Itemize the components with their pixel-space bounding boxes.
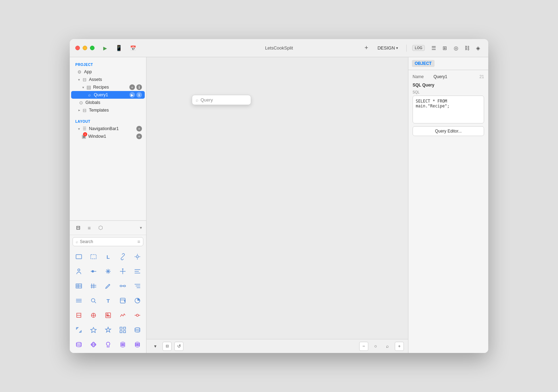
component-tab-chevron[interactable]: ▾ [140,225,142,230]
sidebar-item-query1[interactable]: ⌕ Query1 ▶ ℹ [71,91,145,99]
component-slider[interactable] [86,264,100,278]
component-tab-views[interactable]: ⊟ [74,224,82,232]
name-count: 21 [480,74,484,79]
navbar1-add-btn[interactable]: + [136,126,142,131]
component-search[interactable] [86,294,100,308]
tooltip-text: Query [201,97,213,103]
component-rectangle[interactable] [72,250,86,264]
query1-info-btn[interactable]: ℹ [136,92,142,98]
badge-icon[interactable]: ◎ [451,44,460,53]
tab-object[interactable]: OBJECT [412,60,435,67]
recipes-add-btn[interactable]: + [129,84,135,90]
svg-rect-0 [76,255,82,259]
canvas-refresh-btn[interactable]: ↺ [174,342,183,351]
query1-run-btn[interactable]: ▶ [129,92,135,98]
zoom-plus-btn[interactable]: + [395,342,404,351]
component-scroll[interactable] [116,294,130,308]
minimize-button[interactable] [83,46,87,50]
sidebar-item-templates[interactable]: ▾ ⊟ Templates [71,106,145,114]
query-editor-button[interactable]: Query Editor... [413,126,484,136]
sidebar-item-window1[interactable]: ▣ ! Window1 + [71,133,145,140]
component-red-1[interactable] [72,308,86,322]
component-stack[interactable] [130,323,144,337]
svg-point-72 [135,342,140,344]
component-dashed-rect[interactable] [86,250,100,264]
recipes-info-btn[interactable]: ℹ [136,84,142,90]
canvas-frame-btn[interactable]: ⊟ [163,342,172,351]
sidebar-item-assets[interactable]: ▾ ⊟ Assets [71,76,145,83]
component-chain[interactable] [116,279,130,293]
component-person[interactable] [72,264,86,278]
svg-marker-56 [91,327,96,333]
canvas-chevron-btn[interactable]: ▾ [151,342,160,351]
component-red-4[interactable] [116,308,130,322]
svg-rect-31 [123,285,126,287]
component-purple-2[interactable] [86,338,100,352]
component-red-5[interactable] [130,308,144,322]
svg-rect-61 [123,331,126,333]
component-star[interactable] [86,323,100,337]
calendar-button[interactable]: 📅 [128,43,138,53]
component-crosshair[interactable] [116,264,130,278]
component-text[interactable]: T [101,294,115,308]
panel-icons: ☰ ⊞ ◎ ⛓ ◈ [429,44,483,53]
svg-line-2 [122,256,123,257]
recipes-icon: ▤ [86,84,91,90]
component-star2[interactable] [101,323,115,337]
component-hash[interactable] [86,279,100,293]
component-control[interactable] [130,250,144,264]
component-label[interactable]: L [101,250,115,264]
component-tab-custom[interactable]: ⬡ [96,224,105,232]
navbar1-chevron: ▾ [77,127,81,131]
device-button[interactable]: 📱 [114,43,124,53]
component-purple-1[interactable] [72,338,86,352]
titlebar: ▶ 📱 📅 LetsCookSplit + DESIGN ▾ LOG ☰ ⊞ ◎… [70,39,488,57]
canvas-area: ⌕ Query ▾ ⊟ ↺ − ○ ⌕ + [146,57,408,353]
zoom-search-btn[interactable]: ⌕ [383,342,392,351]
component-purple-5[interactable] [130,338,144,352]
component-grid[interactable] [116,323,130,337]
design-mode-button[interactable]: DESIGN ▾ [375,44,401,52]
zoom-reset-btn[interactable]: ○ [371,342,380,351]
component-lines[interactable] [72,294,86,308]
sidebar-item-globals[interactable]: ⊙ Globals [71,99,145,106]
eye-icon[interactable]: ◈ [474,44,483,53]
log-badge[interactable]: LOG [412,45,425,51]
sidebar-item-app[interactable]: ⚙ App [71,68,145,76]
layout-section-label: LAYOUT [70,117,146,125]
list-icon[interactable]: ☰ [429,44,438,53]
component-asterisk[interactable] [101,264,115,278]
component-red-3[interactable] [101,308,115,322]
link-icon[interactable]: ⛓ [462,44,472,53]
component-pencil[interactable] [101,279,115,293]
component-table[interactable] [72,279,86,293]
canvas-bottom-toolbar: ▾ ⊟ ↺ − ○ ⌕ + [146,339,408,353]
search-input[interactable] [80,239,136,244]
component-purple-3[interactable] [101,338,115,352]
component-purple-4[interactable] [116,338,130,352]
component-tab-controls[interactable]: ≡ [85,224,93,232]
svg-rect-51 [107,314,108,315]
grid-icon[interactable]: ⊞ [440,44,449,53]
component-align[interactable] [130,264,144,278]
list-view-icon[interactable]: ≡ [137,239,140,244]
component-panel: ⊟ ≡ ⬡ ▾ ⌕ ≡ [70,220,146,353]
component-chart[interactable] [130,294,144,308]
sql-editor[interactable]: SELECT * FROM main."Recipe"; [413,96,484,123]
component-list-indent[interactable] [130,279,144,293]
svg-point-62 [135,328,140,330]
close-button[interactable] [75,46,80,50]
component-red-2[interactable] [86,308,100,322]
sidebar-item-navbar1[interactable]: ▾ ☰ NavigationBar1 + [71,125,145,133]
add-button[interactable]: + [362,44,370,52]
component-resize[interactable] [72,323,86,337]
name-property-row: Name Query1 21 [413,74,484,79]
component-link[interactable] [116,250,130,264]
window1-add-btn[interactable]: + [136,134,142,139]
window1-icon: ▣ ! [81,134,86,139]
sidebar-item-recipes[interactable]: ▾ ▤ Recipes + ℹ [71,83,145,91]
maximize-button[interactable] [90,46,95,50]
svg-line-40 [95,302,96,303]
run-button[interactable]: ▶ [100,43,110,53]
zoom-minus-btn[interactable]: − [359,342,368,351]
